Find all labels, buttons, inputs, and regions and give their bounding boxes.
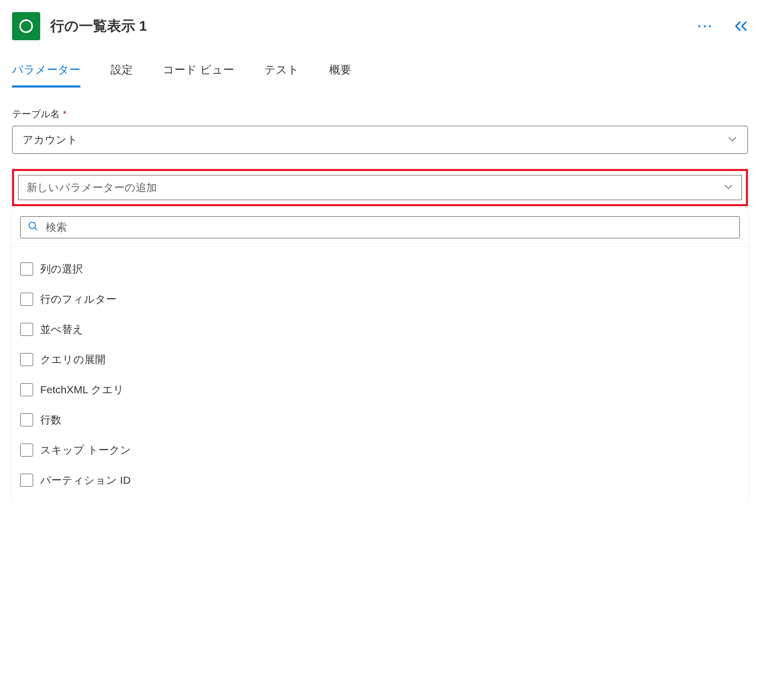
table-name-label-text: テーブル名 <box>12 108 60 121</box>
chevron-down-icon <box>727 134 737 146</box>
checkbox[interactable] <box>20 323 33 336</box>
search-input[interactable] <box>46 221 732 233</box>
checkbox[interactable] <box>20 444 33 457</box>
more-menu-icon[interactable]: ··· <box>698 19 714 33</box>
checkbox[interactable] <box>20 293 33 306</box>
panel-title: 行の一覧表示 1 <box>50 17 688 36</box>
tab-test[interactable]: テスト <box>264 62 299 88</box>
tab-code-view[interactable]: コード ビュー <box>163 62 234 88</box>
option-label: 行数 <box>40 413 61 427</box>
connector-icon <box>12 12 40 40</box>
tab-parameters[interactable]: パラメーター <box>12 62 80 88</box>
checkbox[interactable] <box>20 383 33 396</box>
option-skip-token[interactable]: スキップ トークン <box>20 435 740 465</box>
table-name-select[interactable]: アカウント <box>12 126 748 154</box>
table-name-value: アカウント <box>23 133 78 147</box>
table-name-label: テーブル名 * <box>12 108 748 121</box>
option-label: 列の選択 <box>40 262 83 276</box>
svg-line-1 <box>35 227 38 230</box>
collapse-panel-icon[interactable] <box>734 20 748 32</box>
header-actions: ··· <box>698 19 748 33</box>
required-indicator: * <box>63 109 66 120</box>
parameter-dropdown-panel: 列の選択 行のフィルター 並べ替え クエリの展開 FetchXML クエリ 行数… <box>12 210 748 501</box>
checkbox[interactable] <box>20 474 33 487</box>
option-select-columns[interactable]: 列の選択 <box>20 254 740 284</box>
option-label: クエリの展開 <box>40 353 106 367</box>
parameter-option-list: 列の選択 行のフィルター 並べ替え クエリの展開 FetchXML クエリ 行数… <box>12 247 748 495</box>
option-label: 並べ替え <box>40 322 83 336</box>
search-wrapper <box>12 210 748 247</box>
option-fetchxml-query[interactable]: FetchXML クエリ <box>20 375 740 405</box>
option-filter-rows[interactable]: 行のフィルター <box>20 284 740 314</box>
svg-point-0 <box>29 222 36 228</box>
checkbox[interactable] <box>20 413 33 426</box>
option-partition-id[interactable]: パーティション ID <box>20 465 740 495</box>
parameters-content: テーブル名 * アカウント 新しいパラメーターの追加 <box>0 88 760 206</box>
option-expand-query[interactable]: クエリの展開 <box>20 344 740 375</box>
checkbox[interactable] <box>20 262 33 276</box>
field-table-name: テーブル名 * アカウント <box>12 108 748 154</box>
add-parameter-highlight: 新しいパラメーターの追加 <box>12 169 748 206</box>
checkbox[interactable] <box>20 353 33 366</box>
option-sort-by[interactable]: 並べ替え <box>20 314 740 344</box>
search-box[interactable] <box>20 216 740 238</box>
option-row-count[interactable]: 行数 <box>20 405 740 435</box>
search-icon <box>28 221 39 234</box>
option-label: 行のフィルター <box>40 292 117 306</box>
tab-settings[interactable]: 設定 <box>111 62 133 88</box>
option-label: スキップ トークン <box>40 443 131 457</box>
add-parameter-placeholder: 新しいパラメーターの追加 <box>27 181 157 195</box>
option-label: FetchXML クエリ <box>40 383 124 397</box>
chevron-down-icon <box>723 182 733 194</box>
tab-about[interactable]: 概要 <box>329 62 351 88</box>
panel-header: 行の一覧表示 1 ··· <box>0 0 760 52</box>
tab-bar: パラメーター 設定 コード ビュー テスト 概要 <box>0 52 760 88</box>
option-label: パーティション ID <box>40 473 131 487</box>
add-parameter-dropdown[interactable]: 新しいパラメーターの追加 <box>18 175 742 200</box>
